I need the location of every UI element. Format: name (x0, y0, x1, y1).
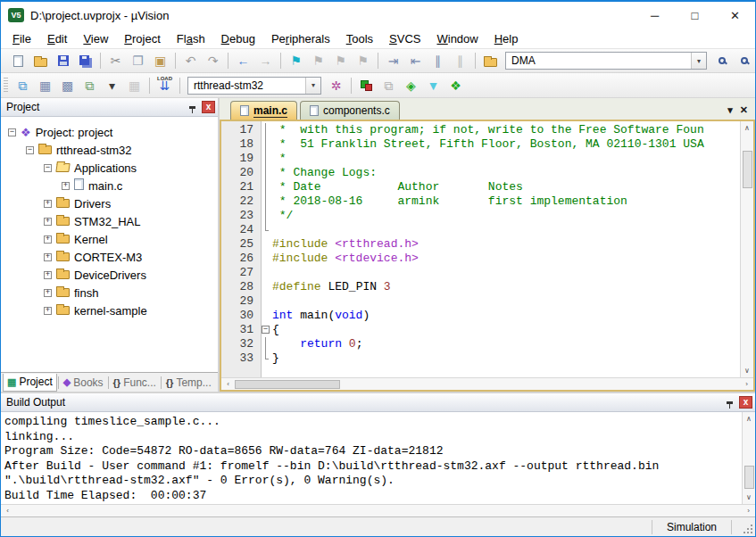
expand-icon[interactable]: + (44, 289, 52, 297)
save-all-button[interactable] (74, 51, 96, 71)
tree-item-rtthread-stm32[interactable]: −rtthread-stm32 (1, 141, 218, 159)
target-options-wand-button[interactable]: ✲ (325, 75, 347, 95)
navigate-back-button[interactable]: ← (232, 51, 254, 71)
menu-peripherals[interactable]: Peripherals (263, 30, 338, 47)
menu-debug[interactable]: Debug (213, 30, 263, 47)
next-bookmark-button[interactable]: ⚑ (329, 51, 352, 71)
collapse-icon[interactable]: − (44, 164, 52, 172)
expand-icon[interactable]: + (44, 200, 52, 208)
comment-selection-button[interactable]: ∥ (427, 51, 449, 71)
find-next-button[interactable] (733, 51, 755, 71)
menu-view[interactable]: View (75, 30, 116, 47)
editor-vscroll-thumb[interactable] (743, 151, 752, 188)
batch-setup-button[interactable]: ▦ (123, 75, 145, 95)
prev-bookmark-button[interactable]: ⚑ (307, 51, 329, 71)
build-button[interactable]: ▦ (34, 75, 56, 95)
redo-button[interactable]: ↷ (202, 51, 224, 71)
translate-file-button[interactable]: ⧉ (12, 75, 34, 95)
build-close-button[interactable]: x (739, 396, 752, 409)
panel-tab-temp[interactable]: {}Temp... (162, 374, 215, 392)
toggle-bookmark-button[interactable]: ⚑ (285, 51, 307, 71)
scroll-down-icon[interactable]: ∨ (741, 364, 753, 377)
chevron-down-icon[interactable]: ▾ (691, 53, 706, 69)
select-packs-button[interactable]: ▼ (422, 75, 444, 95)
menu-project[interactable]: Project (116, 30, 168, 47)
undo-button[interactable]: ↶ (179, 51, 202, 71)
menu-svcs[interactable]: SVCS (381, 30, 428, 47)
rebuild-all-button[interactable]: ▩ (56, 75, 79, 95)
menu-edit[interactable]: Edit (39, 30, 75, 47)
resize-grip[interactable] (732, 517, 755, 536)
indent-left-button[interactable]: ⇤ (404, 51, 427, 71)
uncomment-selection-button[interactable]: ∥ (449, 51, 471, 71)
editor-tab-main-c[interactable]: main.c (230, 101, 297, 120)
scroll-down-icon[interactable]: ∨ (743, 491, 755, 504)
build-output-text[interactable]: compiling timeslice_sample.c... linking.… (1, 412, 742, 504)
panel-tab-func[interactable]: {}Func... (110, 374, 160, 392)
editor-vertical-scrollbar[interactable]: ∧ ∨ (740, 121, 753, 377)
scroll-right-icon[interactable]: › (740, 377, 753, 391)
fold-collapse-icon[interactable]: − (261, 323, 272, 337)
search-combo[interactable]: DMA▾ (505, 52, 707, 70)
target-select-combo[interactable]: rtthread-stm32▾ (187, 77, 321, 95)
project-pin-button[interactable] (185, 100, 199, 114)
manage-project-items-button[interactable] (355, 75, 378, 95)
minimize-button[interactable]: ─ (635, 2, 675, 29)
scroll-right-icon[interactable]: › (742, 504, 755, 517)
close-button[interactable]: ✕ (715, 2, 755, 29)
batch-build-button[interactable]: ⧉ (79, 75, 101, 95)
expand-icon[interactable]: + (44, 307, 52, 315)
tab-list-dropdown[interactable]: ▾ (727, 104, 733, 116)
tree-item-kernel-sample[interactable]: +kernel-sample (1, 302, 218, 319)
scroll-up-icon[interactable]: ∧ (743, 412, 755, 425)
code-editor[interactable]: 17 * with this program; if not, write to… (221, 121, 740, 377)
tree-item-main-c[interactable]: +main.c (1, 177, 218, 194)
file-extensions-button[interactable]: ⧉ (378, 75, 400, 95)
expand-icon[interactable]: + (62, 182, 70, 190)
panel-tab-books[interactable]: ◆Books (60, 374, 107, 392)
tree-item-cortex-m3[interactable]: +CORTEX-M3 (1, 248, 218, 266)
new-file-button[interactable] (7, 51, 29, 71)
editor-tab-components-c[interactable]: components.c (300, 101, 400, 120)
find-in-files-folder-button[interactable] (479, 51, 502, 71)
tree-item-kernel[interactable]: +Kernel (1, 230, 218, 248)
menu-help[interactable]: Help (486, 30, 527, 47)
collapse-icon[interactable]: − (8, 128, 16, 136)
clear-bookmarks-button[interactable]: ⚑ (352, 51, 374, 71)
build-vscroll-thumb[interactable] (744, 466, 754, 489)
copy-button[interactable]: ❐ (127, 51, 149, 71)
cut-button[interactable]: ✂ (104, 51, 127, 71)
scroll-left-icon[interactable]: ‹ (1, 504, 14, 517)
tree-item-devicedrivers[interactable]: +DeviceDrivers (1, 266, 218, 284)
menu-file[interactable]: File (4, 30, 39, 47)
save-button[interactable] (52, 51, 74, 71)
project-close-button[interactable]: x (202, 101, 215, 113)
close-document-button[interactable]: ✕ (740, 104, 748, 116)
paste-button[interactable]: ▣ (149, 51, 171, 71)
collapse-icon[interactable]: − (26, 146, 34, 154)
toolbar-grip[interactable] (4, 78, 8, 94)
manage-rte-button[interactable]: ◈ (400, 75, 422, 95)
open-file-button[interactable] (29, 51, 52, 71)
panel-tab-project[interactable]: ▦Project (3, 374, 57, 392)
indent-right-button[interactable]: ⇥ (382, 51, 404, 71)
expand-icon[interactable]: + (44, 218, 52, 226)
expand-icon[interactable]: + (44, 235, 52, 244)
build-vertical-scrollbar[interactable]: ∧ ∨ (742, 412, 755, 504)
editor-hscroll-thumb[interactable] (235, 380, 340, 389)
menu-tools[interactable]: Tools (338, 30, 381, 47)
expand-icon[interactable]: + (44, 271, 52, 279)
tree-item-project-project[interactable]: −❖Project: project (1, 123, 218, 141)
menu-flash[interactable]: Flash (169, 30, 213, 47)
build-pin-button[interactable] (722, 395, 736, 409)
tree-item-drivers[interactable]: +Drivers (1, 194, 218, 212)
menu-window[interactable]: Window (428, 30, 486, 47)
download-button[interactable]: ⇊LOAD (154, 75, 176, 95)
batch-build-dropdown[interactable]: ▾ (101, 75, 123, 95)
find-in-files-button[interactable] (710, 51, 733, 71)
maximize-button[interactable]: □ (675, 2, 715, 29)
tree-item-stm32-hal[interactable]: +STM32_HAL (1, 212, 218, 230)
scroll-left-icon[interactable]: ‹ (221, 377, 235, 391)
editor-horizontal-scrollbar[interactable]: ‹ › (221, 377, 753, 390)
tree-item-applications[interactable]: −Applications (1, 159, 218, 177)
